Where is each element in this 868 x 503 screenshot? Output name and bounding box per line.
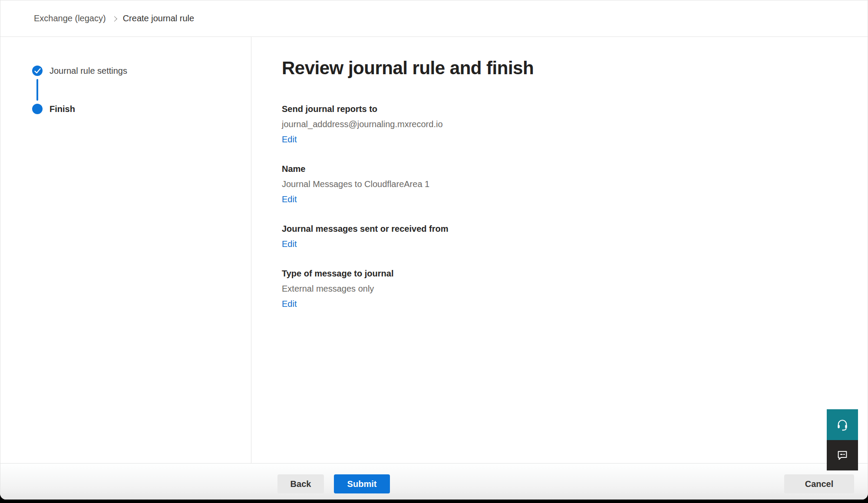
- section-value: Journal Messages to CloudflareArea 1: [282, 178, 842, 191]
- feedback-button[interactable]: [827, 440, 858, 470]
- section-label: Type of message to journal: [282, 267, 842, 280]
- app-window: Exchange (legacy) Create journal rule Jo…: [0, 0, 868, 500]
- review-section-send-journal-reports-to: Send journal reports to journal_adddress…: [282, 102, 842, 146]
- step-current-dot-icon: [32, 104, 43, 114]
- floating-button-panel: [827, 409, 858, 470]
- wizard-body: Journal rule settings Finish Review jour…: [0, 37, 868, 463]
- review-panel: Review journal rule and finish Send jour…: [251, 37, 868, 463]
- chat-icon: [836, 449, 849, 462]
- step-label: Finish: [50, 104, 75, 114]
- breadcrumb: Exchange (legacy) Create journal rule: [0, 0, 868, 37]
- section-value: journal_adddress@journaling.mxrecord.io: [282, 118, 842, 131]
- back-button[interactable]: Back: [277, 474, 324, 493]
- edit-link-name[interactable]: Edit: [282, 193, 297, 206]
- action-bar: Back Submit Cancel: [0, 463, 868, 500]
- page-title: Review journal rule and finish: [282, 56, 842, 81]
- breadcrumb-item-create-journal-rule[interactable]: Create journal rule: [123, 13, 195, 23]
- cancel-button[interactable]: Cancel: [784, 474, 854, 493]
- review-section-journal-messages-scope: Journal messages sent or received from E…: [282, 222, 842, 250]
- wizard-step-finish[interactable]: Finish: [32, 104, 251, 114]
- section-label: Name: [282, 162, 842, 175]
- chevron-right-icon: [112, 16, 117, 22]
- breadcrumb-item-exchange-legacy[interactable]: Exchange (legacy): [34, 13, 106, 23]
- section-label: Send journal reports to: [282, 102, 842, 115]
- help-button[interactable]: [827, 409, 858, 440]
- review-section-name: Name Journal Messages to CloudflareArea …: [282, 162, 842, 206]
- step-connector-line: [36, 79, 38, 101]
- submit-button[interactable]: Submit: [334, 474, 390, 493]
- step-label: Journal rule settings: [50, 66, 127, 76]
- step-completed-check-icon: [32, 66, 43, 76]
- edit-link-send-journal-reports-to[interactable]: Edit: [282, 133, 297, 146]
- section-value: External messages only: [282, 282, 842, 295]
- review-section-message-type: Type of message to journal External mess…: [282, 267, 842, 310]
- section-label: Journal messages sent or received from: [282, 222, 842, 235]
- wizard-step-journal-rule-settings[interactable]: Journal rule settings: [32, 66, 251, 76]
- wizard-steps-sidebar: Journal rule settings Finish: [0, 37, 251, 463]
- edit-link-journal-messages-scope[interactable]: Edit: [282, 237, 297, 250]
- edit-link-message-type[interactable]: Edit: [282, 297, 297, 310]
- headset-icon: [836, 418, 849, 431]
